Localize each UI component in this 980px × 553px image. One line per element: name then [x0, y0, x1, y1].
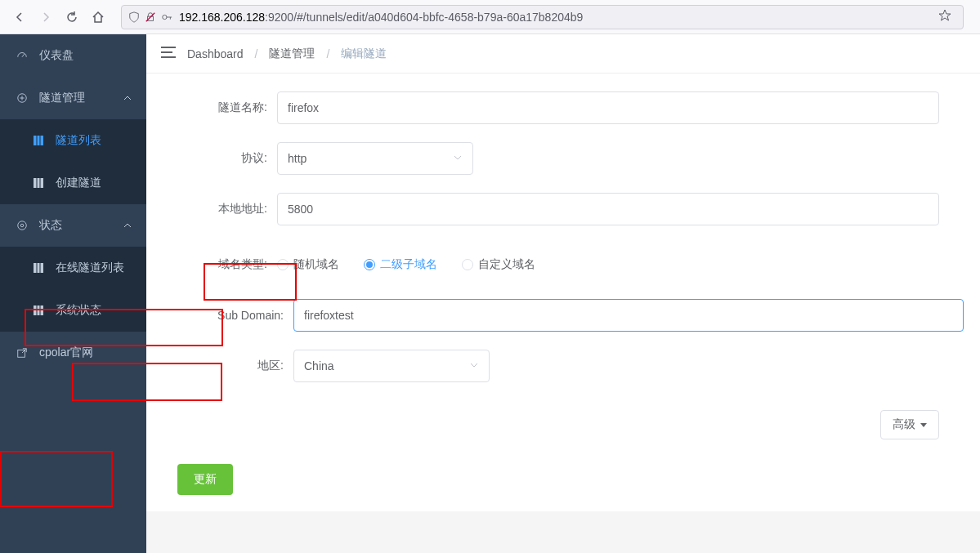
update-button[interactable]: 更新 [177, 464, 233, 495]
subdomain-label: Sub Domain: [163, 309, 293, 322]
chevron-up-icon [123, 219, 132, 232]
key-icon [161, 11, 172, 23]
circle-plus-icon [15, 92, 29, 104]
triangle-down-icon [920, 423, 927, 427]
nav-back-button[interactable] [8, 6, 31, 29]
sidebar-label: 创建隧道 [56, 176, 101, 190]
content-area: Dashboard / 隧道管理 / 编辑隧道 隧道名称: 协议: http [146, 34, 980, 553]
topbar: Dashboard / 隧道管理 / 编辑隧道 [146, 34, 980, 74]
tunnel-name-label: 隧道名称: [163, 100, 277, 115]
sidebar: 仪表盘 隧道管理 隧道列表 创建隧道 状态 [0, 34, 146, 553]
svg-point-16 [20, 224, 24, 227]
sidebar-label: 在线隧道列表 [56, 261, 124, 275]
advanced-label: 高级 [893, 417, 915, 432]
sidebar-item-online-tunnels[interactable]: 在线隧道列表 [0, 247, 146, 289]
breadcrumb-item[interactable]: Dashboard [187, 47, 244, 60]
sidebar-item-tunnel-mgmt[interactable]: 隧道管理 [0, 77, 146, 119]
external-link-icon [15, 347, 29, 359]
advanced-button[interactable]: 高级 [880, 410, 939, 439]
radio-random-domain[interactable]: 随机域名 [277, 257, 339, 272]
region-value: China [304, 359, 334, 372]
sidebar-label: 隧道列表 [56, 133, 101, 148]
grid-icon [31, 178, 46, 188]
svg-point-2 [163, 15, 167, 19]
region-select[interactable]: China [293, 350, 490, 382]
grid-icon [31, 305, 46, 315]
grid-icon [31, 263, 46, 273]
form: 隧道名称: 协议: http 本地地址: 域名类型: 随机域名 [146, 74, 980, 511]
svg-rect-12 [34, 178, 43, 188]
sidebar-item-tunnel-list[interactable]: 隧道列表 [0, 119, 146, 162]
chevron-down-icon [453, 152, 463, 165]
sidebar-label: 隧道管理 [39, 91, 85, 105]
nav-forward-button[interactable] [34, 6, 57, 29]
domain-type-label: 域名类型: [163, 257, 277, 272]
local-addr-label: 本地地址: [163, 202, 277, 216]
chevron-down-icon [469, 359, 479, 372]
protocol-value: http [288, 152, 307, 165]
chevron-up-icon [123, 91, 132, 105]
nav-reload-button[interactable] [60, 6, 83, 29]
sidebar-item-tunnel-create[interactable]: 创建隧道 [0, 162, 146, 204]
target-icon [15, 220, 29, 231]
svg-rect-20 [34, 305, 43, 315]
gauge-icon [15, 50, 29, 61]
svg-line-5 [22, 54, 25, 57]
tunnel-name-input[interactable] [277, 91, 939, 124]
grid-icon [31, 136, 46, 145]
region-label: 地区: [163, 359, 293, 373]
sidebar-label: cpolar官网 [39, 346, 93, 360]
radio-custom-domain[interactable]: 自定义域名 [462, 257, 535, 272]
breadcrumb-sep: / [255, 47, 258, 60]
bookmark-star-icon[interactable] [933, 9, 956, 25]
sidebar-label: 仪表盘 [39, 48, 74, 63]
breadcrumb-sep: / [326, 47, 329, 60]
svg-rect-9 [34, 136, 43, 145]
nav-home-button[interactable] [87, 6, 110, 29]
radio-label: 二级子域名 [380, 257, 437, 272]
svg-point-15 [18, 221, 27, 230]
sidebar-item-dashboard[interactable]: 仪表盘 [0, 34, 146, 77]
protocol-label: 协议: [163, 151, 277, 166]
radio-label: 自定义域名 [478, 257, 535, 272]
sidebar-item-status[interactable]: 状态 [0, 204, 146, 247]
url-text: 192.168.206.128:9200/#/tunnels/edit/a040… [179, 11, 583, 24]
sidebar-item-system-status[interactable]: 系统状态 [0, 289, 146, 332]
svg-rect-17 [34, 263, 43, 273]
sidebar-item-official[interactable]: cpolar官网 [0, 332, 146, 374]
shield-icon [128, 11, 140, 23]
local-addr-input[interactable] [277, 193, 939, 225]
hamburger-icon[interactable] [161, 46, 176, 61]
sidebar-label: 状态 [39, 218, 62, 233]
protocol-select[interactable]: http [277, 142, 473, 175]
browser-toolbar: 192.168.206.128:9200/#/tunnels/edit/a040… [0, 0, 980, 34]
sidebar-label: 系统状态 [56, 303, 101, 318]
lock-slash-icon [145, 11, 156, 23]
breadcrumb-item[interactable]: 隧道管理 [269, 47, 315, 61]
subdomain-input[interactable] [293, 299, 964, 332]
address-bar[interactable]: 192.168.206.128:9200/#/tunnels/edit/a040… [121, 5, 964, 29]
breadcrumb-current: 编辑隧道 [341, 47, 387, 61]
radio-subdomain[interactable]: 二级子域名 [364, 257, 437, 272]
radio-label: 随机域名 [293, 257, 339, 272]
